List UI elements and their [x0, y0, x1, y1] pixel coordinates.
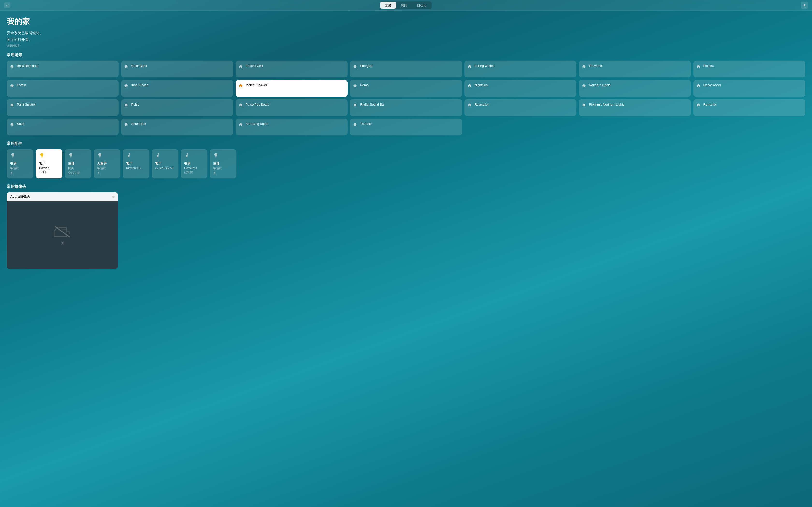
accessory-icon-master-ceiling — [68, 153, 88, 159]
accessory-icon-study-homepod — [184, 153, 204, 159]
scene-card-nemo[interactable]: Nemo — [350, 80, 462, 97]
accessory-room-master-ceiling: 主卧 — [68, 162, 88, 166]
scene-card-forest[interactable]: Forest — [7, 80, 119, 97]
scene-card-meteor-shower[interactable]: Meteor Shower — [236, 80, 348, 97]
scene-icon-inner-peace — [124, 83, 129, 89]
scene-card-bass-beat-drop[interactable]: Bass Beat drop — [7, 61, 119, 77]
scene-name-forest: Forest — [17, 83, 26, 88]
scene-icon-falling-whites — [467, 64, 472, 70]
scene-name-energize: Energize — [360, 64, 372, 68]
accessory-room-study-ceiling: 书房 — [10, 162, 30, 166]
accessory-card-kids-ceiling[interactable]: 儿童房吸顶灯关 — [94, 149, 120, 178]
accessory-card-living-beoplay[interactable]: 客厅◎ BeoPlay A9 — [152, 149, 179, 178]
scene-card-oceanworks[interactable]: Oceanworks — [693, 80, 805, 97]
scene-name-thunder: Thunder — [360, 122, 372, 126]
scene-icon-bass-beat-drop — [10, 64, 14, 70]
scene-name-inner-peace: Inner Peace — [131, 83, 148, 88]
accessory-room-study-homepod: 书房 — [184, 162, 204, 166]
accessory-room-kids-ceiling: 儿童房 — [97, 162, 117, 166]
accessory-card-living-kitchen[interactable]: 客厅Kitchen's B... — [123, 149, 149, 178]
scene-icon-radial-sound-bar — [353, 103, 358, 108]
accessory-name-study-ceiling: 吸顶灯 — [10, 166, 30, 170]
camera-card-aqara-camera[interactable]: Aqara摄像头 关 — [7, 192, 118, 269]
scene-card-falling-whites[interactable]: Falling Whites — [464, 61, 576, 77]
details-link[interactable]: 详细信息 › — [7, 44, 805, 48]
scene-card-color-burst[interactable]: Color Burst — [121, 61, 233, 77]
titlebar-left: ‹ › — [4, 2, 10, 8]
scene-card-flames[interactable]: Flames — [693, 61, 805, 77]
scene-icon-nemo — [353, 83, 358, 89]
cameras-section-title: 常用摄像头 — [7, 184, 805, 189]
scene-card-thunder[interactable]: Thunder — [350, 119, 462, 135]
scene-name-paint-splatter: Paint Splatter — [17, 103, 36, 107]
scene-icon-rhythmic-northern-lights — [582, 103, 587, 108]
accessory-status-kids-ceiling: 关 — [97, 171, 117, 175]
scene-card-electric-chill[interactable]: Electric Chill — [236, 61, 348, 77]
scene-card-romantic[interactable]: Romantic — [693, 99, 805, 116]
scene-card-sound-bar[interactable]: Sound Bar — [121, 119, 233, 135]
accessory-room-living-kitchen: 客厅 — [126, 162, 146, 166]
accessory-status-study-homepod: 已警觉 — [184, 170, 204, 174]
accessory-card-study-ceiling[interactable]: 书房吸顶灯关 — [7, 149, 33, 178]
camera-off-icon — [54, 225, 71, 238]
accessory-icon-living-beoplay — [155, 153, 175, 159]
accessory-status-living-canvas: 100% — [39, 170, 59, 174]
scene-icon-sound-bar — [124, 122, 129, 128]
scene-card-rhythmic-northern-lights[interactable]: Rhythmic Northern Lights — [579, 99, 691, 116]
accessory-room-master-ceiling2: 主卧 — [213, 162, 233, 166]
scene-name-meteor-shower: Meteor Shower — [246, 83, 267, 88]
page-title: 我的家 — [7, 16, 805, 27]
scene-icon-forest — [10, 83, 14, 89]
accessory-name-study-homepod: HomePod — [184, 166, 204, 170]
scene-card-pulse[interactable]: Pulse — [121, 99, 233, 116]
scene-card-streaking-notes[interactable]: Streaking Notes — [236, 119, 348, 135]
scene-name-falling-whites: Falling Whites — [475, 64, 495, 68]
accessory-icon-living-kitchen — [126, 153, 146, 159]
scenes-section-title: 常用场景 — [7, 53, 805, 58]
scene-icon-fireworks — [582, 64, 587, 70]
status-line2: 客厅的灯开着。 — [7, 37, 805, 43]
tab-automation[interactable]: 自动化 — [412, 2, 431, 9]
nav-arrows[interactable]: ‹ › — [4, 2, 10, 8]
scene-icon-thunder — [353, 122, 358, 128]
scene-card-inner-peace[interactable]: Inner Peace — [121, 80, 233, 97]
scene-icon-meteor-shower — [239, 83, 243, 89]
scene-card-relaxation[interactable]: Relaxation — [464, 99, 576, 116]
tab-rooms[interactable]: 房间 — [396, 2, 412, 9]
scene-card-fireworks[interactable]: Fireworks — [579, 61, 691, 77]
scene-icon-romantic — [696, 103, 701, 108]
scene-icon-pulse — [124, 103, 129, 108]
accessory-status-study-ceiling: 关 — [10, 171, 30, 175]
accessory-room-living-beoplay: 客厅 — [155, 162, 175, 166]
accessory-icon-living-canvas — [39, 153, 59, 159]
accessory-card-living-canvas[interactable]: 客厅Canvas100% — [36, 149, 62, 178]
scene-name-pulse: Pulse — [131, 103, 139, 107]
scene-card-soda[interactable]: Soda — [7, 119, 119, 135]
scene-icon-soda — [10, 122, 14, 128]
accessory-card-master-ceiling2[interactable]: 主卧吸顶灯关 — [210, 149, 236, 178]
titlebar-right: + — [801, 2, 808, 9]
scene-card-energize[interactable]: Energize — [350, 61, 462, 77]
scene-icon-paint-splatter — [10, 103, 14, 108]
scene-card-paint-splatter[interactable]: Paint Splatter — [7, 99, 119, 116]
scene-name-romantic: Romantic — [704, 103, 717, 107]
scene-icon-energize — [353, 64, 358, 70]
scene-card-nightclub[interactable]: Nightclub — [464, 80, 576, 97]
add-button[interactable]: + — [801, 2, 808, 9]
accessory-card-study-homepod[interactable]: 书房HomePod已警觉 — [181, 149, 207, 178]
scene-card-northern-lights[interactable]: Northern Lights — [579, 80, 691, 97]
forward-icon: › — [7, 3, 9, 7]
camera-header: Aqara摄像头 — [7, 192, 118, 201]
scene-icon-nightclub — [467, 83, 472, 89]
accessories-section-title: 常用配件 — [7, 141, 805, 146]
scene-card-pulse-pop-beats[interactable]: Pulse Pop Beats — [236, 99, 348, 116]
scene-card-radial-sound-bar[interactable]: Radial Sound Bar — [350, 99, 462, 116]
tab-home[interactable]: 家庭 — [380, 2, 396, 9]
camera-view: 关 — [7, 201, 118, 269]
camera-off-label: 关 — [61, 241, 64, 245]
accessory-card-master-ceiling[interactable]: 主卧网关全部关着 — [65, 149, 91, 178]
accessory-status-master-ceiling: 全部关着 — [68, 171, 88, 175]
accessory-status-master-ceiling2: 关 — [213, 171, 233, 175]
scene-name-radial-sound-bar: Radial Sound Bar — [360, 103, 385, 107]
back-icon: ‹ — [6, 3, 7, 7]
